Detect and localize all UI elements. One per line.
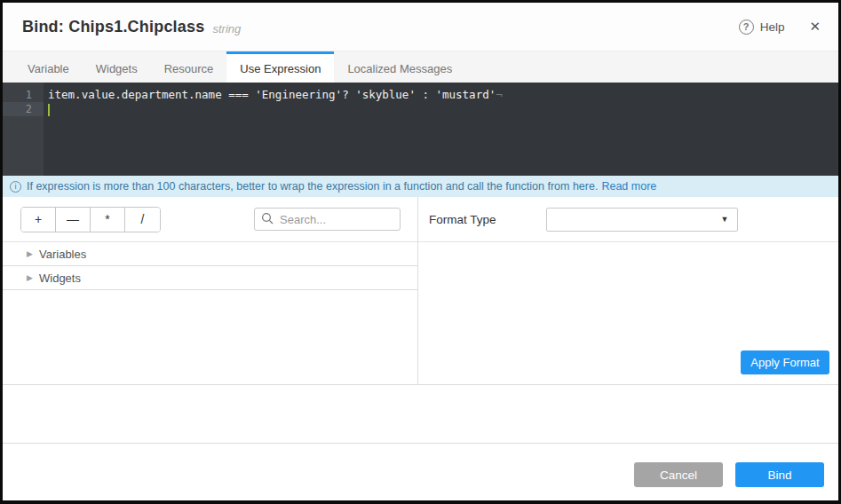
dialog-title: Bind: Chips1.Chipclass <box>22 18 204 36</box>
tree-item-label: Variables <box>39 248 86 261</box>
format-panel: Format Type ▼ Apply Format <box>418 197 838 384</box>
tree-item-variables[interactable]: ▶ Variables <box>3 242 417 266</box>
tab-use-expression[interactable]: Use Expression <box>226 51 334 83</box>
code-line-1: item.value.department.name === 'Engineer… <box>44 88 838 102</box>
editor-gutter: 1 2 <box>3 83 44 176</box>
eol-marker: ¬ <box>496 88 503 101</box>
info-bar: i If expression is more than 100 charact… <box>3 176 838 197</box>
main-panels: + — * / ▶ Variables ▶ <box>3 197 838 385</box>
tab-widgets[interactable]: Widgets <box>83 51 151 83</box>
expression-text: item.value.department.name === 'Engineer… <box>48 88 496 101</box>
line-number: 1 <box>3 88 44 102</box>
close-icon[interactable]: ✕ <box>809 19 821 35</box>
tab-localized-messages[interactable]: Localized Messages <box>334 51 465 83</box>
tree-item-label: Widgets <box>39 272 81 285</box>
text-cursor <box>48 104 50 116</box>
tab-resource[interactable]: Resource <box>151 51 227 83</box>
info-text: If expression is more than 100 character… <box>27 180 598 193</box>
tab-bar: Variable Widgets Resource Use Expression… <box>3 51 838 83</box>
help-label: Help <box>760 20 785 34</box>
read-more-link[interactable]: Read more <box>601 180 656 193</box>
operators-toolbar: + — * / <box>3 197 417 242</box>
divide-operator-button[interactable]: / <box>125 208 160 232</box>
dialog-header: Bind: Chips1.Chipclass string ? Help ✕ <box>3 3 838 51</box>
help-button[interactable]: ? Help <box>739 20 785 35</box>
header-actions: ? Help ✕ <box>739 19 821 35</box>
expression-editor[interactable]: 1 2 item.value.department.name === 'Engi… <box>3 83 838 176</box>
code-line-2 <box>44 102 838 116</box>
empty-area <box>3 385 838 443</box>
plus-operator-button[interactable]: + <box>21 208 56 232</box>
dropdown-caret-icon: ▼ <box>721 215 729 224</box>
chevron-right-icon: ▶ <box>27 249 39 258</box>
multiply-operator-button[interactable]: * <box>91 208 125 232</box>
sources-panel: + — * / ▶ Variables ▶ <box>3 197 418 384</box>
tree-item-widgets[interactable]: ▶ Widgets <box>3 266 417 290</box>
format-type-select[interactable]: ▼ <box>546 208 738 232</box>
info-icon: i <box>10 181 21 193</box>
operator-group: + — * / <box>20 207 161 232</box>
bind-dialog: Bind: Chips1.Chipclass string ? Help ✕ V… <box>0 0 841 504</box>
minus-operator-button[interactable]: — <box>56 208 91 232</box>
cancel-button[interactable]: Cancel <box>634 462 723 487</box>
bind-type-label: string <box>212 22 241 35</box>
help-circle-icon: ? <box>739 20 754 35</box>
search-box <box>254 208 401 231</box>
chevron-right-icon: ▶ <box>27 273 39 282</box>
format-type-label: Format Type <box>429 213 496 226</box>
search-icon <box>261 212 274 228</box>
bind-button[interactable]: Bind <box>735 462 824 487</box>
bind-source-tree: ▶ Variables ▶ Widgets <box>3 242 417 384</box>
dialog-footer: Cancel Bind <box>3 443 838 500</box>
line-number: 2 <box>3 102 44 116</box>
format-type-row: Format Type ▼ <box>418 197 838 242</box>
apply-format-button[interactable]: Apply Format <box>741 350 829 374</box>
search-input[interactable] <box>254 208 401 231</box>
tab-variable[interactable]: Variable <box>14 51 83 83</box>
editor-code-area[interactable]: item.value.department.name === 'Engineer… <box>44 83 838 176</box>
